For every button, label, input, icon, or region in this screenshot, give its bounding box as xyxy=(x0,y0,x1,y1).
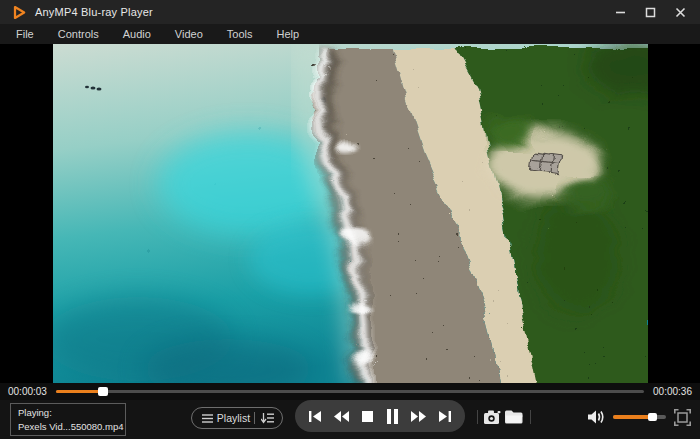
open-file-button[interactable] xyxy=(505,410,523,424)
menu-item-help[interactable]: Help xyxy=(264,24,311,44)
skip-previous-icon xyxy=(309,411,321,422)
window-title: AnyMP4 Blu-ray Player xyxy=(35,6,153,18)
maximize-button[interactable] xyxy=(642,4,658,20)
playlist-label: Playlist xyxy=(213,412,254,424)
playlist-pill-divider xyxy=(254,412,255,424)
close-icon xyxy=(675,7,686,18)
app-logo-play-icon xyxy=(12,5,27,20)
folder-icon xyxy=(505,410,523,424)
seek-handle[interactable] xyxy=(98,387,108,396)
now-playing-box: Playing: Pexels Vid...550080.mp4 xyxy=(10,403,126,436)
video-stage xyxy=(0,44,700,383)
fullscreen-button[interactable] xyxy=(674,409,691,426)
title-bar: AnyMP4 Blu-ray Player xyxy=(0,0,700,24)
fullscreen-icon xyxy=(674,409,691,426)
minimize-icon xyxy=(615,7,626,18)
pause-button[interactable] xyxy=(387,409,398,424)
shoreline-layer xyxy=(307,44,648,383)
close-button[interactable] xyxy=(672,4,688,20)
remaining-time: 00:00:36 xyxy=(653,386,692,397)
forward-button[interactable] xyxy=(411,411,426,422)
stop-icon xyxy=(362,411,373,422)
seek-bar-fill xyxy=(56,390,103,393)
menu-item-controls[interactable]: Controls xyxy=(46,24,111,44)
fast-forward-icon xyxy=(411,411,426,422)
rewind-button[interactable] xyxy=(334,411,349,422)
maximize-icon xyxy=(645,7,656,18)
app-window: AnyMP4 Blu-ray Player File Controls Audi… xyxy=(0,0,700,439)
video-frame[interactable] xyxy=(53,44,648,383)
speaker-icon xyxy=(588,409,606,425)
snapshot-button[interactable] xyxy=(484,410,501,424)
now-playing-filename: Pexels Vid...550080.mp4 xyxy=(18,420,118,434)
hamburger-icon xyxy=(202,414,213,423)
volume-handle[interactable] xyxy=(648,413,657,421)
window-controls xyxy=(612,4,688,20)
camera-icon xyxy=(484,410,501,424)
menu-bar: File Controls Audio Video Tools Help xyxy=(0,24,700,44)
skip-next-icon xyxy=(439,411,451,422)
menu-item-audio[interactable]: Audio xyxy=(111,24,163,44)
progress-row: 00:00:03 00:00:36 xyxy=(0,383,700,400)
now-playing-label: Playing: xyxy=(18,406,118,420)
playlist-button[interactable]: Playlist xyxy=(191,407,283,429)
control-bar: Playing: Pexels Vid...550080.mp4 Playlis… xyxy=(0,400,700,439)
menu-item-video[interactable]: Video xyxy=(163,24,215,44)
transport-controls xyxy=(295,400,465,432)
elapsed-time: 00:00:03 xyxy=(8,386,47,397)
minimize-button[interactable] xyxy=(612,4,628,20)
play-order-icon[interactable] xyxy=(261,413,274,424)
volume-fill xyxy=(613,415,653,419)
seek-bar[interactable] xyxy=(56,390,644,393)
divider xyxy=(530,410,531,424)
pause-icon xyxy=(387,409,398,424)
menu-item-file[interactable]: File xyxy=(4,24,46,44)
previous-button[interactable] xyxy=(309,411,321,422)
menu-item-tools[interactable]: Tools xyxy=(215,24,265,44)
next-button[interactable] xyxy=(439,411,451,422)
rewind-icon xyxy=(334,411,349,422)
stop-button[interactable] xyxy=(362,411,373,422)
volume-slider[interactable] xyxy=(613,415,666,419)
divider xyxy=(477,410,478,424)
volume-button[interactable] xyxy=(588,409,606,425)
